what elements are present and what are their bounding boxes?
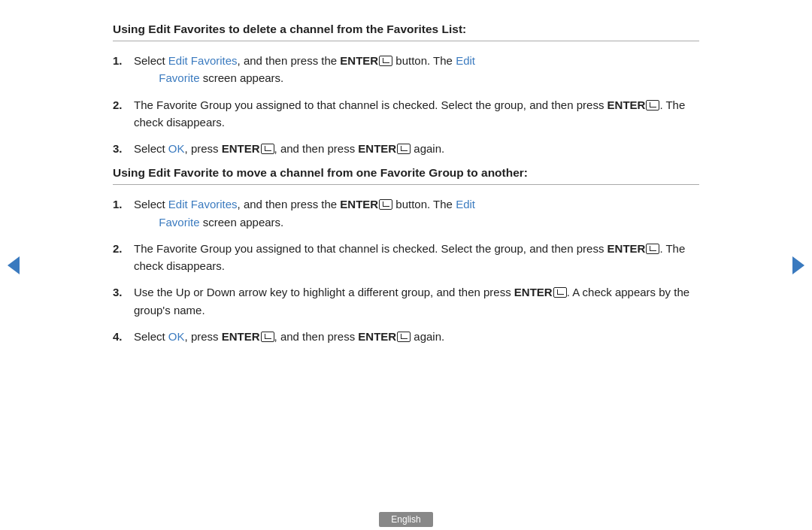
enter-label: ENTER xyxy=(358,330,396,343)
step-move-3: 3. Use the Up or Down arrow key to highl… xyxy=(113,283,699,319)
enter-icon xyxy=(261,144,274,154)
step-number: 2. xyxy=(113,96,134,114)
link-edit-favorites: Edit Favorites xyxy=(168,198,238,210)
step-text: Select Edit Favorites, and then press th… xyxy=(134,52,699,87)
section-delete-steps: 1. Select Edit Favorites, and then press… xyxy=(113,52,699,157)
enter-icon xyxy=(379,199,392,210)
enter-icon xyxy=(379,56,392,66)
enter-icon xyxy=(261,332,274,342)
enter-label: ENTER xyxy=(340,54,378,67)
enter-icon xyxy=(397,332,411,342)
section-delete-heading: Using Edit Favorites to delete a channel… xyxy=(113,23,699,41)
step-move-4: 4. Select OK, press ENTER, and then pres… xyxy=(113,328,699,345)
language-badge: English xyxy=(379,512,432,527)
step-number: 3. xyxy=(113,140,134,157)
main-content: Using Edit Favorites to delete a channel… xyxy=(45,0,767,377)
page-wrapper: Using Edit Favorites to delete a channel… xyxy=(0,0,812,530)
section-move: Using Edit Favorite to move a channel fr… xyxy=(113,166,699,345)
enter-label: ENTER xyxy=(358,142,396,155)
enter-label: ENTER xyxy=(222,142,260,155)
enter-icon xyxy=(397,144,411,154)
section-delete: Using Edit Favorites to delete a channel… xyxy=(113,23,699,157)
step-number: 4. xyxy=(113,328,134,345)
step-move-1: 1. Select Edit Favorites, and then press… xyxy=(113,195,699,231)
step-text: Use the Up or Down arrow key to highligh… xyxy=(134,283,699,319)
step-number: 2. xyxy=(113,240,134,257)
link-ok: OK xyxy=(168,330,185,343)
section-move-heading: Using Edit Favorite to move a channel fr… xyxy=(113,166,699,185)
nav-arrow-left[interactable] xyxy=(8,256,20,274)
step-delete-1: 1. Select Edit Favorites, and then press… xyxy=(113,52,699,87)
link-ok: OK xyxy=(168,142,185,155)
step-number: 1. xyxy=(113,52,134,69)
step-text: Select OK, press ENTER, and then press E… xyxy=(134,328,699,345)
enter-icon xyxy=(553,287,567,298)
enter-label: ENTER xyxy=(514,286,553,298)
step-number: 1. xyxy=(113,195,134,213)
step-text: Select Edit Favorites, and then press th… xyxy=(134,195,699,231)
step-number: 3. xyxy=(113,283,134,301)
step-text: The Favorite Group you assigned to that … xyxy=(134,240,699,275)
nav-arrow-right[interactable] xyxy=(792,256,804,274)
enter-label: ENTER xyxy=(222,330,260,343)
step-text: The Favorite Group you assigned to that … xyxy=(134,96,699,132)
enter-label: ENTER xyxy=(607,242,646,255)
step-delete-2: 2. The Favorite Group you assigned to th… xyxy=(113,96,699,132)
step-move-2: 2. The Favorite Group you assigned to th… xyxy=(113,240,699,275)
enter-icon xyxy=(646,244,659,254)
enter-label: ENTER xyxy=(340,198,378,210)
enter-label: ENTER xyxy=(607,98,646,111)
step-delete-3: 3. Select OK, press ENTER, and then pres… xyxy=(113,140,699,157)
bottom-bar: English xyxy=(0,509,812,530)
section-move-steps: 1. Select Edit Favorites, and then press… xyxy=(113,195,699,345)
enter-icon xyxy=(646,100,659,111)
step-text: Select OK, press ENTER, and then press E… xyxy=(134,140,699,157)
link-edit-favorites: Edit Favorites xyxy=(168,54,238,67)
